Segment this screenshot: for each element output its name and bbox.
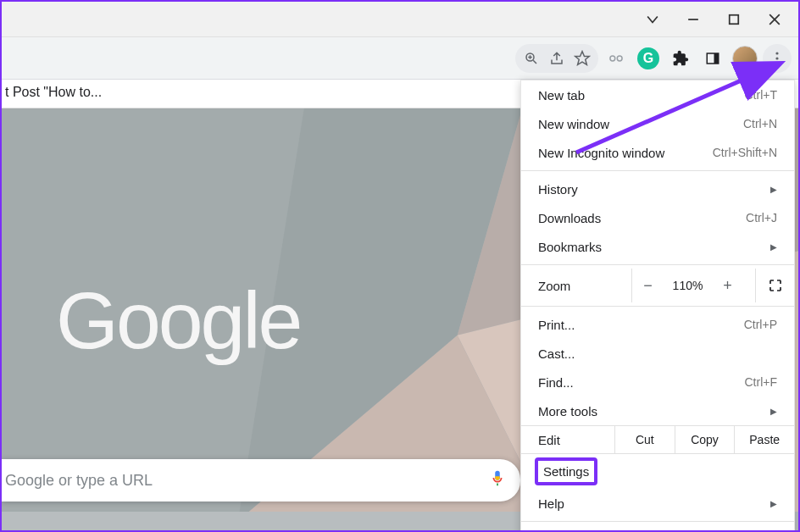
zoom-icon[interactable]	[519, 44, 544, 73]
menu-settings[interactable]: Settings	[521, 454, 794, 489]
menu-new-window[interactable]: New window Ctrl+N	[521, 109, 794, 138]
zoom-level: 110%	[663, 269, 712, 302]
edit-cut[interactable]: Cut	[614, 426, 675, 453]
google-logo: Google	[56, 274, 300, 367]
menu-print[interactable]: Print... Ctrl+P	[521, 310, 794, 339]
separator	[521, 264, 794, 265]
search-placeholder: Google or type a URL	[5, 472, 153, 490]
zoom-in-button[interactable]: +	[712, 269, 742, 302]
menu-zoom-row: Zoom − 110% +	[521, 269, 794, 302]
window-tab-dropdown[interactable]	[632, 5, 673, 34]
svg-point-9	[617, 56, 622, 61]
share-icon[interactable]	[544, 44, 569, 73]
chrome-main-menu: New tab Ctrl+T New window Ctrl+N New Inc…	[520, 80, 795, 532]
svg-line-5	[533, 60, 536, 64]
grammarly-extension-icon[interactable]: G	[634, 44, 663, 73]
more-menu-button[interactable]	[763, 44, 792, 73]
browser-toolbar: G	[2, 37, 798, 80]
settings-highlighted: Settings	[535, 457, 597, 485]
zoom-out-button[interactable]: −	[632, 269, 663, 302]
menu-downloads[interactable]: Downloads Ctrl+J	[521, 203, 794, 232]
separator	[521, 521, 794, 522]
window-minimize[interactable]	[673, 5, 714, 34]
svg-point-13	[775, 57, 778, 59]
window-maximize[interactable]	[714, 5, 754, 34]
window-close[interactable]	[754, 5, 795, 34]
svg-rect-1	[730, 14, 739, 24]
svg-point-12	[775, 52, 778, 54]
menu-history[interactable]: History ▶	[521, 175, 794, 203]
profile-avatar[interactable]	[731, 44, 759, 73]
svg-point-14	[775, 62, 778, 64]
fullscreen-button[interactable]	[755, 269, 794, 302]
svg-rect-11	[714, 53, 719, 64]
address-bar-actions	[515, 44, 598, 73]
chevron-right-icon: ▶	[770, 407, 777, 416]
menu-new-tab[interactable]: New tab Ctrl+T	[521, 80, 794, 109]
search-input[interactable]: Google or type a URL	[2, 459, 520, 502]
menu-exit[interactable]: Exit	[521, 525, 794, 532]
voice-search-icon[interactable]	[488, 469, 507, 492]
separator	[521, 306, 794, 307]
svg-point-8	[610, 56, 615, 61]
side-panel-icon[interactable]	[698, 44, 727, 73]
menu-edit-row: Edit Cut Copy Paste	[521, 425, 794, 454]
menu-find[interactable]: Find... Ctrl+F	[521, 368, 794, 396]
chevron-right-icon: ▶	[770, 499, 777, 508]
bookmark-star-icon[interactable]	[569, 44, 595, 73]
edit-paste[interactable]: Paste	[734, 426, 794, 453]
loom-extension-icon[interactable]	[602, 44, 631, 73]
menu-cast[interactable]: Cast...	[521, 339, 794, 368]
chevron-right-icon: ▶	[770, 185, 777, 194]
window-titlebar	[2, 2, 798, 37]
edit-copy[interactable]: Copy	[675, 426, 735, 453]
menu-new-incognito[interactable]: New Incognito window Ctrl+Shift+N	[521, 138, 794, 167]
menu-bookmarks[interactable]: Bookmarks ▶	[521, 232, 794, 261]
menu-help[interactable]: Help ▶	[521, 489, 794, 518]
menu-more-tools[interactable]: More tools ▶	[521, 396, 794, 425]
chevron-right-icon: ▶	[770, 242, 777, 252]
separator	[521, 170, 794, 171]
extensions-puzzle-icon[interactable]	[666, 44, 695, 73]
